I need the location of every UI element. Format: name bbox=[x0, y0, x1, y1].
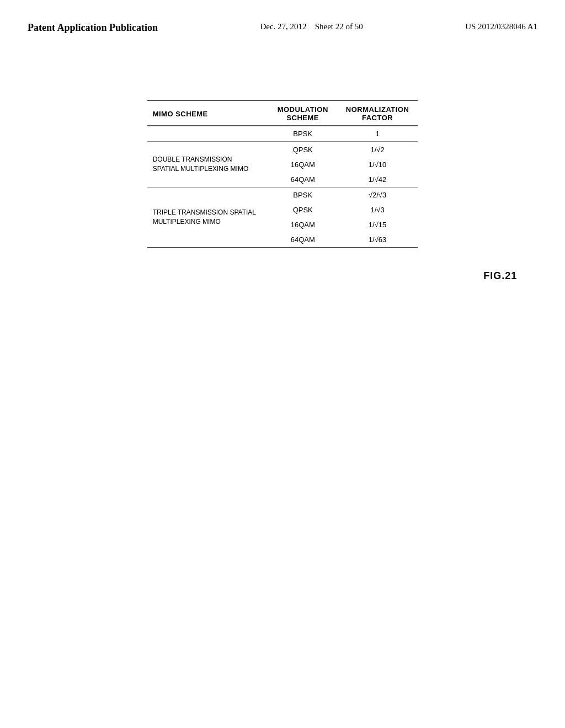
pub-sheet: Sheet 22 of 50 bbox=[315, 22, 363, 31]
figure-label: FIG.21 bbox=[483, 270, 517, 282]
publication-title: Patent Application Publication bbox=[28, 22, 158, 34]
publication-number: US 2012/0328046 A1 bbox=[465, 22, 537, 31]
normalization-cell: 1/√3 bbox=[337, 202, 418, 217]
normalization-cell: √2/√3 bbox=[337, 188, 418, 202]
table-bottom-border bbox=[147, 248, 418, 249]
normalization-cell: 1/√10 bbox=[337, 157, 418, 172]
table-container: MIMO SCHEME MODULATION SCHEME NORMALIZAT… bbox=[147, 100, 418, 249]
modulation-cell: QPSK bbox=[269, 202, 337, 217]
normalization-cell: 1/√2 bbox=[337, 142, 418, 157]
pub-date: Dec. 27, 2012 bbox=[260, 22, 306, 31]
table-row: TRIPLE TRANSMISSION SPATIALMULTIPLEXING … bbox=[147, 188, 418, 202]
mimo-section-label: DOUBLE TRANSMISSIONSPATIAL MULTIPLEXING … bbox=[147, 142, 269, 188]
modulation-cell: 64QAM bbox=[269, 232, 337, 248]
modulation-cell: QPSK bbox=[269, 142, 337, 157]
mimo-cell bbox=[147, 126, 269, 142]
normalization-cell: 1/√42 bbox=[337, 172, 418, 188]
page-header: Patent Application Publication Dec. 27, … bbox=[0, 0, 565, 34]
col-modulation-header: MODULATION SCHEME bbox=[269, 100, 337, 126]
publication-date-sheet: Dec. 27, 2012 Sheet 22 of 50 bbox=[260, 22, 363, 31]
modulation-cell: 64QAM bbox=[269, 172, 337, 188]
modulation-cell: BPSK bbox=[269, 126, 337, 142]
table-row: BPSK 1 bbox=[147, 126, 418, 142]
table-row: DOUBLE TRANSMISSIONSPATIAL MULTIPLEXING … bbox=[147, 142, 418, 157]
modulation-cell: BPSK bbox=[269, 188, 337, 202]
mimo-section-label: TRIPLE TRANSMISSION SPATIALMULTIPLEXING … bbox=[147, 188, 269, 248]
main-content: MIMO SCHEME MODULATION SCHEME NORMALIZAT… bbox=[0, 34, 565, 249]
normalization-cell: 1/√63 bbox=[337, 232, 418, 248]
normalization-cell: 1/√15 bbox=[337, 217, 418, 232]
normalization-cell: 1 bbox=[337, 126, 418, 142]
table-header-row: MIMO SCHEME MODULATION SCHEME NORMALIZAT… bbox=[147, 100, 418, 126]
col-normalization-header: NORMALIZATION FACTOR bbox=[337, 100, 418, 126]
mimo-table: MIMO SCHEME MODULATION SCHEME NORMALIZAT… bbox=[147, 100, 418, 249]
modulation-cell: 16QAM bbox=[269, 217, 337, 232]
modulation-cell: 16QAM bbox=[269, 157, 337, 172]
col-mimo-header: MIMO SCHEME bbox=[147, 100, 269, 126]
